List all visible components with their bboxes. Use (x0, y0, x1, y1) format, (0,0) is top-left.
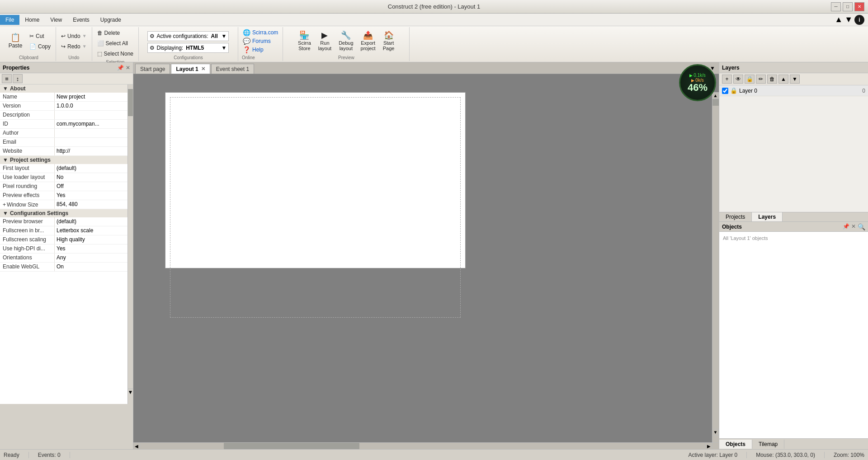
properties-toolbar: ≡ ↕ (0, 73, 133, 84)
window-size-expand[interactable]: + (3, 202, 6, 208)
menu-view[interactable]: View (45, 15, 67, 25)
tab-event-sheet-1[interactable]: Event sheet 1 (211, 64, 254, 74)
configurations-dropdowns: ⚙ Active configurations: All ▼ ⚙ Display… (147, 28, 229, 54)
status-events: Events: 0 (38, 452, 61, 458)
cut-icon: ✂ (29, 33, 34, 39)
objects-search-button[interactable]: 🔍 (858, 223, 865, 230)
scroll-corner (712, 443, 719, 450)
tab-layout-1-close[interactable]: ✕ (201, 66, 205, 72)
undo-button[interactable]: ↩ Undo ▼ (59, 31, 89, 41)
sort-alpha-button[interactable]: ↕ (13, 74, 23, 83)
objects-tabs: Objects Tilemap (719, 438, 868, 449)
scirra-store-button[interactable]: 🏪 Scirra Store (295, 29, 314, 53)
canvas-bottom-scrollbar[interactable]: ◀ ▶ (133, 442, 719, 449)
scirra-link[interactable]: 🌐 Scirra.com (242, 28, 279, 37)
layer-delete-button[interactable]: 🗑 (767, 75, 777, 84)
paste-button[interactable]: 📋 Paste (5, 29, 26, 53)
canvas-right-scrollbar[interactable] (712, 92, 719, 442)
right-panel: Layers + 👁 🔒 ✏ 🗑 ▲ ▼ 🔒 Layer 0 0 Project… (719, 62, 868, 449)
menu-file[interactable]: File (0, 15, 19, 25)
delete-button[interactable]: 🗑 Delete (95, 28, 136, 38)
layer-add-button[interactable]: + (722, 75, 732, 84)
properties-close-button[interactable]: ✕ (126, 65, 130, 71)
minimize-button[interactable]: ─ (831, 2, 841, 11)
help-info-button[interactable]: i (854, 15, 864, 25)
layers-tab[interactable]: Layers (752, 212, 783, 221)
properties-pin-button[interactable]: 📌 (117, 65, 124, 71)
scroll-left-button[interactable]: ◀ (133, 443, 140, 449)
editor-area[interactable]: ▼ ▲ ◀ ▶ (133, 74, 719, 449)
select-all-button[interactable]: ⬜ Select All (95, 38, 136, 48)
layer-visibility-button[interactable]: 👁 (733, 75, 743, 84)
scroll-right-button[interactable]: ▶ (705, 443, 712, 449)
forums-link[interactable]: 💬 Forums (242, 37, 272, 45)
tilemap-tab[interactable]: Tilemap (752, 440, 784, 449)
objects-tab[interactable]: Objects (719, 440, 752, 449)
canvas-bottom-scroll-thumb[interactable] (224, 443, 359, 449)
select-none-button[interactable]: ⬚ Select None (95, 49, 136, 59)
sort-category-button[interactable]: ≡ (2, 74, 12, 83)
preview-label: Preview (338, 54, 354, 60)
active-configurations-dropdown[interactable]: ⚙ Active configurations: All ▼ (147, 31, 229, 41)
undo-label: Undo (68, 54, 79, 60)
layers-tabs: Projects Layers (719, 212, 868, 221)
redo-arrow[interactable]: ▼ (82, 44, 87, 49)
maximize-button[interactable]: □ (843, 2, 853, 11)
cut-button[interactable]: ✂ Cut (27, 31, 53, 41)
zoom-in-button[interactable]: ▲ (835, 15, 843, 24)
config-settings-section-header[interactable]: ▼ Configuration Settings (0, 209, 127, 217)
copy-button[interactable]: 📄 Copy (27, 42, 53, 52)
properties-scroll-thumb[interactable] (128, 89, 133, 116)
layer-0-row[interactable]: 🔒 Layer 0 0 (719, 85, 868, 96)
status-zoom: Zoom: 100% (834, 452, 864, 458)
prop-preview-effects-row: Preview effects Yes (0, 191, 127, 200)
tab-layout-1[interactable]: Layout 1 ✕ (171, 64, 210, 74)
layers-content: 🔒 Layer 0 0 (719, 85, 868, 212)
start-page-button[interactable]: 🏠 Start Page (380, 29, 398, 53)
status-sep-4 (824, 452, 825, 458)
run-layout-button[interactable]: ▶ Run layout (315, 29, 335, 53)
scroll-up-button[interactable]: ▲ (712, 92, 719, 99)
delete-icon: 🗑 (97, 30, 103, 36)
scroll-down-button[interactable]: ▼ (712, 429, 719, 436)
objects-panel: Objects 📌 ✕ 🔍 All 'Layout 1' objects Obj… (719, 221, 868, 449)
properties-bottom-area (0, 404, 133, 449)
layer-lock-button[interactable]: 🔒 (745, 75, 755, 84)
zoom-out-button[interactable]: ▼ (844, 15, 853, 24)
properties-scrollbar[interactable]: ▼ (127, 84, 133, 404)
objects-content: All 'Layout 1' objects (719, 232, 868, 438)
config-gear-icon: ⚙ (150, 33, 155, 39)
properties-scroll-down[interactable]: ▼ (128, 389, 133, 395)
objects-close-button[interactable]: ✕ (851, 223, 856, 230)
about-section-header[interactable]: ▼ About (0, 84, 127, 93)
layer-down-button[interactable]: ▼ (790, 75, 800, 84)
close-button[interactable]: ✕ (854, 2, 864, 11)
undo-arrow[interactable]: ▼ (82, 33, 87, 38)
fps-widget: ▶ 0.1k/s ▶ 0k/s 46% (679, 64, 716, 101)
tab-start-page[interactable]: Start page (135, 64, 170, 74)
projects-tab[interactable]: Projects (719, 212, 752, 221)
export-project-button[interactable]: 📤 Export project (358, 29, 379, 53)
status-sep-2 (70, 452, 70, 458)
menu-upgrade[interactable]: Upgrade (95, 15, 127, 25)
displaying-dropdown[interactable]: ⚙ Displaying: HTML5 ▼ (147, 43, 229, 53)
properties-content: ▼ About Name New project Version 1.0.0.0… (0, 84, 127, 404)
layer-0-icon: 🔒 (730, 87, 737, 94)
titlebar: Construct 2 (free edition) - Layout 1 ─ … (0, 0, 868, 14)
layer-edit-button[interactable]: ✏ (756, 75, 766, 84)
redo-button[interactable]: ↪ Redo ▼ (59, 42, 89, 52)
ribbon: 📋 Paste ✂ Cut 📄 Copy Clipboard ↩ (0, 26, 868, 62)
layer-up-button[interactable]: ▲ (778, 75, 788, 84)
objects-pin-button[interactable]: 📌 (843, 223, 849, 230)
layout-canvas[interactable] (165, 92, 466, 268)
project-settings-section-header[interactable]: ▼ Project settings (0, 156, 127, 164)
tabbar: Start page Layout 1 ✕ Event sheet 1 ▼ (133, 62, 719, 74)
prop-preview-browser-row: Preview browser (default) (0, 217, 127, 226)
debug-layout-button[interactable]: 🔧 Debug layout (335, 29, 356, 53)
status-sep-1 (28, 452, 29, 458)
help-link[interactable]: ❓ Help (242, 45, 264, 54)
layer-0-checkbox[interactable] (722, 88, 728, 94)
menu-home[interactable]: Home (19, 15, 45, 25)
menu-events[interactable]: Events (67, 15, 95, 25)
prop-description-row: Description (0, 111, 127, 120)
